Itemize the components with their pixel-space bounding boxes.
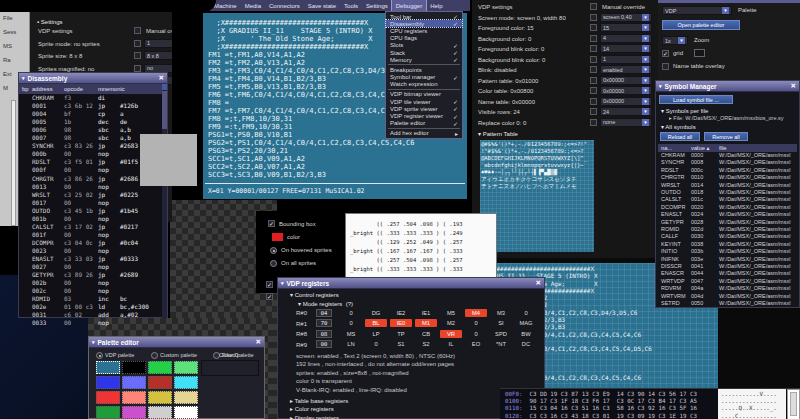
register-tree-item[interactable]: ▸ Color registers bbox=[290, 405, 334, 412]
column-header[interactable]: file bbox=[719, 145, 726, 151]
menu-item-memory[interactable]: Memory✓ bbox=[386, 56, 462, 63]
disassembly-row[interactable]: 00051bdecde bbox=[19, 118, 163, 126]
menu-item-vdp-sprite-viewer[interactable]: VDP sprite viewer✓ bbox=[386, 105, 462, 112]
setting-dropdown[interactable]: 0x00000▼ bbox=[600, 97, 652, 106]
disassembly-row[interactable]: 0004bfcpa bbox=[19, 110, 163, 118]
register-bit-cell[interactable]: 0 bbox=[340, 309, 362, 317]
symbols-per-file-tree[interactable]: ▾ Symbols per file bbox=[661, 107, 708, 114]
register-bit-cell[interactable]: BW bbox=[515, 330, 537, 338]
setting-checkbox[interactable] bbox=[590, 35, 597, 42]
palette-color-swatch[interactable] bbox=[122, 361, 146, 374]
setting-dropdown[interactable]: 4▼ bbox=[600, 34, 652, 43]
scrollbar[interactable] bbox=[162, 84, 167, 318]
remove-all-button[interactable]: Remove all bbox=[704, 132, 748, 141]
menu-item-tool-bar[interactable]: Tool bar✓ bbox=[386, 13, 462, 20]
symbol-row[interactable]: ROMID002dW:/Dat/MSX/_ORE/asm/msxl bbox=[658, 226, 797, 233]
load-symbol-file-button[interactable]: Load symbol file ... bbox=[659, 95, 733, 104]
disassembly-row[interactable]: 000698sbca,b bbox=[19, 126, 163, 134]
palette-color-swatch[interactable] bbox=[174, 391, 198, 404]
setting-dropdown[interactable]: 0x00000▼ bbox=[600, 86, 652, 95]
setting-checkbox[interactable] bbox=[590, 3, 597, 10]
menu-item-tools[interactable]: Tools bbox=[340, 0, 362, 11]
column-header[interactable]: value ▴ bbox=[691, 145, 709, 151]
palette-color-swatch[interactable] bbox=[96, 361, 120, 374]
mode-registers-tree[interactable]: ▾ Mode registers (?) bbox=[298, 300, 353, 307]
register-bit-cell[interactable]: M4 bbox=[465, 309, 487, 317]
disassembly-row[interactable]: 002300nop bbox=[19, 247, 163, 255]
register-bit-cell[interactable]: M1 bbox=[415, 319, 437, 327]
disassembly-row[interactable]: CHKRAMf3di bbox=[19, 94, 163, 102]
zoom-select[interactable]: 1x▼ bbox=[662, 36, 688, 45]
symbol-row[interactable]: DISSCR0041W:/Dat/MSX/_ORE/asm/msxl bbox=[658, 263, 797, 270]
column-header[interactable]: na... bbox=[661, 145, 672, 151]
menu-item-vdp-tile-viewer[interactable]: VDP tile viewer✓ bbox=[386, 98, 462, 105]
palette-data-text[interactable]: (( .257 .504 .098 ) ( .193 _bright (( .3… bbox=[350, 220, 463, 274]
scrollbar[interactable] bbox=[787, 389, 800, 419]
symbol-row[interactable]: CALLF0030W:/Dat/MSX/_ORE/asm/msxl bbox=[658, 233, 797, 240]
register-bit-cell[interactable]: IE0 bbox=[390, 319, 412, 327]
setting-dropdown[interactable]: 0x00000▼ bbox=[600, 76, 652, 85]
palette-source-radio[interactable] bbox=[151, 352, 158, 359]
close-icon[interactable]: ✕ bbox=[791, 82, 796, 90]
disassembly-row[interactable]: OUTDOc3 45 1bjp#1b45 bbox=[19, 207, 163, 215]
register-bit-cell[interactable]: DC bbox=[515, 340, 537, 348]
symbol-row[interactable]: KEYINT0038W:/Dat/MSX/_ORE/asm/msxl bbox=[658, 241, 797, 248]
palette-source-radio[interactable] bbox=[96, 352, 103, 359]
setting-dropdown[interactable]: 14▼ bbox=[600, 44, 652, 53]
disassembly-row[interactable]: CALSLTc3 17 02jp#0217 bbox=[19, 223, 163, 231]
palette-color-swatch[interactable] bbox=[148, 406, 172, 419]
register-bit-cell[interactable]: LN bbox=[340, 340, 362, 348]
disassembly-row[interactable]: 001b00nop bbox=[19, 215, 163, 223]
scrollbar[interactable] bbox=[11, 100, 16, 226]
setting-checkbox[interactable] bbox=[590, 56, 597, 63]
setting-checkbox[interactable] bbox=[590, 14, 597, 21]
vdp-source-select[interactable]: VDP▼ bbox=[662, 6, 732, 15]
symbol-row[interactable]: CHKRAM0000W:/Dat/MSX/_ORE/asm/msxl bbox=[658, 152, 797, 159]
palette-color-swatch[interactable] bbox=[96, 376, 120, 389]
setting-checkbox[interactable] bbox=[590, 24, 597, 31]
symbol-row[interactable]: WRTVDP0047W:/Dat/MSX/_ORE/asm/msxl bbox=[658, 278, 797, 285]
grid-color-swatch[interactable] bbox=[694, 49, 705, 57]
pattern-table-view[interactable]: @#$%&'()*+,-./0123456789:;<=>?!" !"#$%&'… bbox=[480, 140, 594, 252]
palette-editor-titlebar[interactable]: ▾ Palette editor ✕ bbox=[89, 337, 264, 348]
register-bit-cell[interactable]: M2 bbox=[440, 319, 462, 327]
setting-checkbox[interactable] bbox=[590, 119, 597, 126]
disassembly-row[interactable]: DCOMPRc3 04 0cjp#0c04 bbox=[19, 239, 163, 247]
symbol-row[interactable]: INITIO003bW:/Dat/MSX/_ORE/asm/msxl bbox=[658, 248, 797, 255]
hex-row[interactable]: 00F0: C3 DD 19 C3 87 13 C3 E9 14 C3 90 1… bbox=[505, 391, 697, 398]
disassembly-row[interactable]: 003300nop bbox=[19, 319, 163, 327]
setting-checkbox[interactable] bbox=[590, 77, 597, 84]
register-bit-cell[interactable]: EO bbox=[465, 340, 487, 348]
setting-checkbox[interactable] bbox=[590, 108, 597, 115]
register-bit-cell[interactable]: 0 bbox=[465, 319, 487, 327]
open-palette-editor-button[interactable]: Open palette editor bbox=[662, 20, 740, 30]
setting-dropdown[interactable]: screen 0,40▼ bbox=[600, 13, 652, 22]
disassembly-row[interactable]: 001700nop bbox=[19, 199, 163, 207]
symbol-row[interactable]: SYNCHR0008W:/Dat/MSX/_ORE/asm/msxl bbox=[658, 159, 797, 166]
menu-item-breakpoints[interactable]: Breakpoints bbox=[386, 66, 462, 73]
menu-item-settings[interactable]: Settings bbox=[362, 0, 392, 11]
scrollbar-thumb[interactable] bbox=[790, 392, 797, 416]
menu-item-cpu-registers[interactable]: CPU registers bbox=[386, 27, 462, 34]
register-bit-cell[interactable]: 0 bbox=[515, 309, 537, 317]
settings-tree-header[interactable]: ▪ Settings bbox=[37, 19, 62, 25]
column-header[interactable]: bp bbox=[22, 86, 28, 92]
disassembly-row[interactable]: 0001c3 6b 12jp#126b bbox=[19, 102, 163, 110]
close-icon[interactable]: ✕ bbox=[536, 279, 541, 287]
register-bit-cell[interactable]: SI bbox=[490, 319, 512, 327]
menu-item-vdp-register-viewer[interactable]: VDP register viewer✓ bbox=[386, 112, 462, 119]
register-value-box[interactable]: 08 bbox=[316, 330, 332, 338]
sprite-overlay-radio[interactable] bbox=[270, 247, 277, 254]
disassembly-row[interactable]: 002b00nop bbox=[19, 279, 163, 287]
reload-all-button[interactable]: Reload all bbox=[660, 132, 700, 141]
register-bit-cell[interactable]: IE1 bbox=[415, 309, 437, 317]
symbol-file-entry[interactable]: ▸ File: W:/Dat/MSX/_ORE/asm/msxbios_ore.… bbox=[669, 115, 784, 121]
palette-color-swatch[interactable] bbox=[122, 376, 146, 389]
register-bit-cell[interactable]: IE2 bbox=[390, 309, 412, 317]
window-menu-icon[interactable]: ▾ bbox=[22, 75, 25, 81]
column-header[interactable]: address bbox=[32, 86, 53, 92]
symbol-row[interactable]: GETYPR0028W:/Dat/MSX/_ORE/asm/msxl bbox=[658, 219, 797, 226]
name-table-overlay-checkbox[interactable] bbox=[662, 63, 669, 70]
column-header[interactable]: opcode bbox=[64, 86, 83, 92]
setting-checkbox[interactable] bbox=[134, 52, 141, 59]
